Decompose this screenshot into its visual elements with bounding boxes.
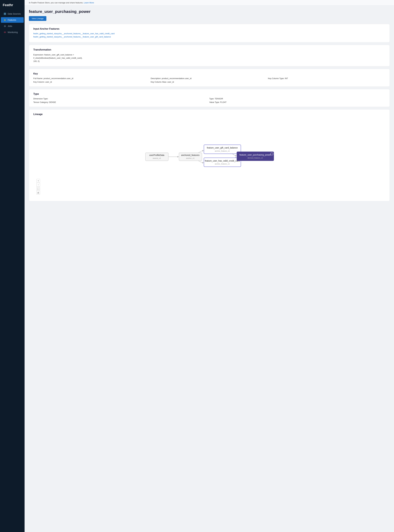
learn-more-link[interactable]: Learn More: [84, 1, 94, 4]
sidebar-item-label: Data Sources: [8, 13, 21, 15]
input-anchor-features-title: Input Anchor Features: [33, 27, 385, 30]
key-title: Key: [33, 72, 385, 75]
banner-text: In Feathr Feature Store, you can manage …: [29, 1, 83, 4]
key-description: Description: product_recommendation.user…: [151, 77, 268, 79]
svg-marker-10: [202, 150, 204, 151]
star-icon: [4, 19, 6, 21]
sidebar-item-monitoring[interactable]: Monitoring: [1, 30, 24, 35]
svg-marker-14: [235, 155, 237, 156]
svg-point-6: [5, 32, 5, 32]
lineage-diagram: userProfileData source_v1 anchored_featu…: [33, 118, 385, 198]
sidebar: Feathr Data Sources Features Jobs: [0, 0, 25, 532]
svg-text:feature_user_purchasing_power: feature_user_purchasing_power: [239, 154, 271, 156]
lineage-controls: + −: [36, 179, 40, 195]
svg-rect-2: [4, 14, 5, 15]
sidebar-item-label: Jobs: [8, 25, 12, 27]
page-title: feature_user_purchasing_power: [29, 9, 390, 14]
svg-text:derived_feature_v1: derived_feature_v1: [248, 157, 263, 159]
dimension-type: Dimension Type:: [33, 98, 209, 100]
content-area: feature_user_purchasing_power View Linea…: [25, 5, 394, 207]
lineage-node-anchor: anchored_features anchor_v1: [179, 153, 202, 161]
svg-text:anchor_feature_v1: anchor_feature_v1: [215, 150, 230, 152]
transformation-title: Transformation: [33, 48, 385, 51]
lineage-node-feature1: feature_user_gift_card_balance anchor_fe…: [204, 145, 241, 154]
svg-point-5: [4, 32, 6, 33]
main-content: In Feathr Feature Store, you can manage …: [25, 0, 394, 532]
transformation-expression: Expression: feature_user_gift_card_balan…: [33, 53, 385, 63]
sidebar-item-label: Monitoring: [8, 31, 18, 33]
sidebar-item-jobs[interactable]: Jobs: [1, 23, 24, 29]
top-banner: In Feathr Feature Store, you can manage …: [25, 0, 394, 5]
anchor-link-2[interactable]: feathr_getting_started_xiaoyzhu__anchore…: [33, 36, 385, 38]
fit-button[interactable]: [36, 187, 40, 191]
bell-icon: [4, 25, 6, 27]
key-card: Key Full Name: product_recommendation.us…: [29, 69, 390, 87]
value-type: Value Type: FLOAT: [209, 101, 385, 103]
sidebar-item-label: Features: [8, 19, 16, 21]
svg-marker-12: [202, 162, 204, 164]
lineage-title: Lineage: [33, 113, 385, 116]
svg-text:anchor_v1: anchor_v1: [186, 157, 195, 159]
svg-text:source_v1: source_v1: [153, 157, 161, 159]
lock-button[interactable]: [36, 191, 40, 195]
svg-text:anchor_feature_v1: anchor_feature_v1: [215, 163, 230, 165]
type-title: Type: [33, 93, 385, 95]
zoom-out-button[interactable]: −: [36, 183, 40, 187]
app-logo: Feathr: [0, 0, 25, 11]
anchor-link-1[interactable]: feathr_getting_started_xiaoyzhu__anchore…: [33, 32, 385, 35]
svg-text:userProfileData: userProfileData: [149, 154, 164, 156]
view-lineage-button[interactable]: View Lineage: [29, 16, 46, 21]
key-column-alias: Key Column Alias: user_id: [151, 81, 268, 83]
input-anchor-features-card: Input Anchor Features feathr_getting_sta…: [29, 24, 390, 42]
transformation-card: Transformation Expression: feature_user_…: [29, 45, 390, 66]
key-column-type: Key Column Type: INT: [268, 77, 385, 79]
lineage-node-derived: feature_user_purchasing_power derived_fe…: [237, 152, 274, 161]
svg-text:feature_user_gift_card_balance: feature_user_gift_card_balance: [207, 147, 238, 149]
svg-rect-34: [38, 193, 39, 193]
svg-text:i: i: [272, 153, 272, 155]
svg-rect-23: [204, 145, 241, 154]
svg-marker-8: [177, 156, 179, 158]
svg-rect-0: [4, 13, 5, 14]
eye-icon: [4, 31, 6, 33]
lineage-node-source: userProfileData source_v1: [145, 153, 168, 161]
type-value: Type: TENSOR: [209, 98, 385, 100]
type-card: Type Dimension Type: Type: TENSOR Tensor…: [29, 89, 390, 107]
sidebar-item-data-sources[interactable]: Data Sources: [1, 11, 24, 17]
lineage-node-feature2: feature_user_has_valid_credit_card ancho…: [204, 158, 241, 167]
svg-rect-26: [204, 158, 241, 167]
lineage-card: Lineage: [29, 109, 390, 201]
tensor-category: Tensor Category: DENSE: [33, 101, 209, 103]
svg-rect-1: [5, 13, 6, 14]
svg-text:anchored_features: anchored_features: [181, 154, 199, 156]
svg-text:feature_user_has_valid_credit_: feature_user_has_valid_credit_card: [205, 160, 240, 162]
grid-icon: [4, 13, 6, 15]
sidebar-item-features[interactable]: Features: [1, 17, 24, 23]
key-full-name: Full Name: product_recommendation.user_i…: [33, 77, 151, 79]
svg-rect-29: [237, 152, 274, 161]
key-column: Key Column: user_id: [33, 81, 151, 83]
zoom-in-button[interactable]: +: [36, 179, 40, 183]
svg-marker-4: [4, 19, 6, 21]
svg-rect-3: [5, 14, 6, 15]
